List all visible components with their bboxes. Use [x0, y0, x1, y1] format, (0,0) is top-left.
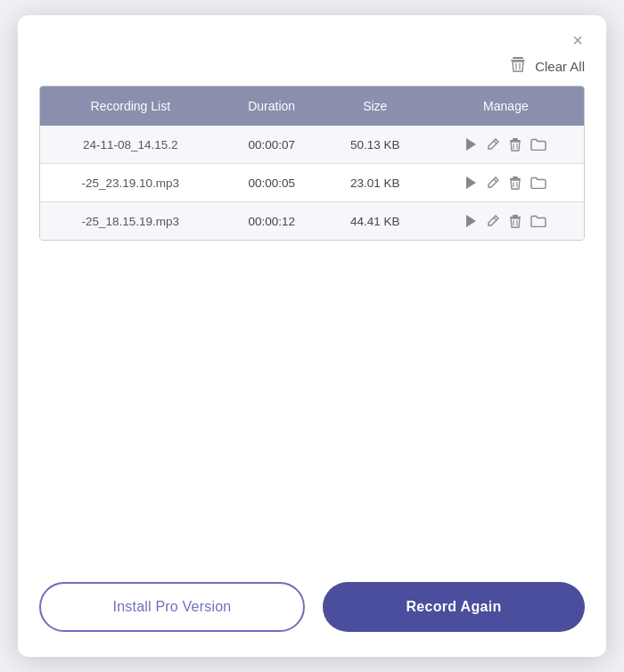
edit-button[interactable] [486, 214, 500, 228]
cell-duration: 00:00:07 [221, 126, 323, 164]
edit-button[interactable] [486, 137, 500, 152]
svg-rect-18 [510, 217, 521, 218]
svg-line-5 [494, 141, 497, 143]
play-button[interactable] [464, 214, 477, 228]
svg-marker-16 [466, 215, 476, 227]
delete-button[interactable] [509, 137, 521, 152]
cell-size: 50.13 KB [323, 126, 428, 164]
svg-rect-12 [510, 178, 521, 180]
cell-duration: 00:00:12 [221, 202, 323, 241]
install-pro-button[interactable]: Install Pro Version [39, 582, 305, 632]
svg-marker-4 [466, 138, 476, 151]
delete-button[interactable] [509, 176, 521, 190]
toolbar: Clear All [18, 15, 606, 86]
record-again-button[interactable]: Record Again [323, 582, 585, 632]
delete-button[interactable] [509, 214, 521, 228]
cell-recording-name: -25_23.19.10.mp3 [40, 164, 221, 202]
table-header-row: Recording List Duration Size Manage [40, 86, 584, 126]
col-header-duration: Duration [221, 86, 323, 126]
cell-manage [428, 126, 584, 164]
empty-area [18, 241, 606, 564]
svg-rect-1 [511, 60, 525, 61]
svg-rect-13 [513, 176, 518, 178]
svg-line-17 [494, 217, 497, 220]
play-button[interactable] [464, 137, 477, 152]
close-button[interactable]: × [565, 28, 590, 53]
svg-rect-0 [513, 57, 523, 59]
cell-recording-name: -25_18.15.19.mp3 [40, 202, 221, 241]
table-row: 24-11-08_14.15.200:00:0750.13 KB [40, 126, 584, 164]
clear-all-label[interactable]: Clear All [535, 59, 585, 74]
folder-button[interactable] [530, 176, 546, 189]
dialog: × Clear All Recording List Duration Size… [18, 15, 606, 657]
table-row: -25_18.15.19.mp300:00:1244.41 KB [40, 202, 584, 241]
clear-all-icon [508, 54, 528, 78]
col-header-recording-list: Recording List [40, 86, 221, 126]
folder-button[interactable] [530, 215, 546, 227]
cell-manage [428, 164, 584, 202]
svg-line-11 [494, 179, 497, 182]
svg-rect-19 [513, 215, 518, 217]
folder-button[interactable] [530, 138, 546, 151]
svg-rect-7 [513, 138, 518, 140]
play-button[interactable] [464, 176, 477, 190]
table-row: -25_23.19.10.mp300:00:0523.01 KB [40, 164, 584, 202]
footer: Install Pro Version Record Again [18, 564, 606, 657]
svg-rect-6 [510, 140, 521, 142]
col-header-manage: Manage [428, 86, 584, 126]
cell-size: 23.01 KB [323, 164, 428, 202]
cell-duration: 00:00:05 [221, 164, 323, 202]
col-header-size: Size [323, 86, 428, 126]
svg-marker-10 [466, 176, 476, 189]
recording-table: Recording List Duration Size Manage 24-1… [39, 86, 585, 241]
cell-recording-name: 24-11-08_14.15.2 [40, 126, 221, 164]
edit-button[interactable] [486, 176, 500, 190]
cell-size: 44.41 KB [323, 202, 428, 241]
cell-manage [428, 202, 584, 241]
